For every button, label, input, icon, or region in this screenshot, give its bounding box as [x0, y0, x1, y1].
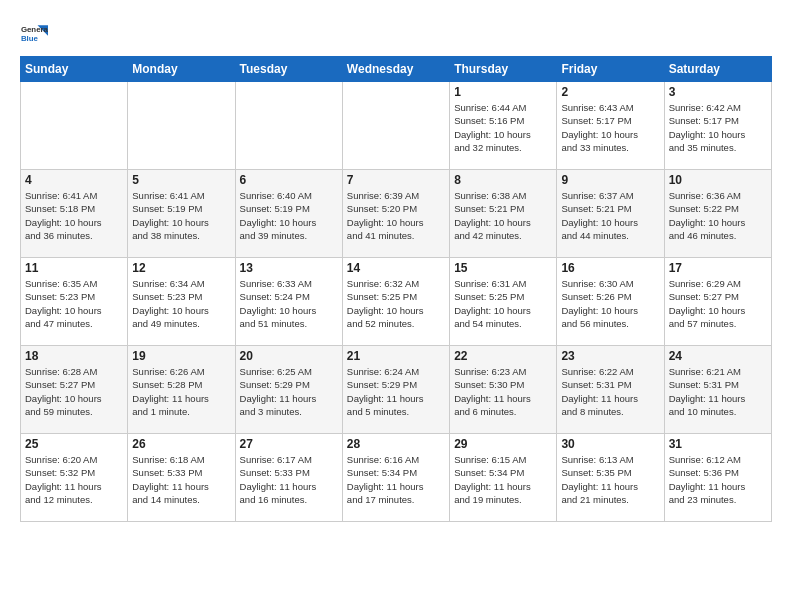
day-number: 16 [561, 261, 659, 275]
day-info: Sunrise: 6:38 AM Sunset: 5:21 PM Dayligh… [454, 189, 552, 242]
day-cell: 9Sunrise: 6:37 AM Sunset: 5:21 PM Daylig… [557, 170, 664, 258]
day-info: Sunrise: 6:13 AM Sunset: 5:35 PM Dayligh… [561, 453, 659, 506]
day-info: Sunrise: 6:43 AM Sunset: 5:17 PM Dayligh… [561, 101, 659, 154]
day-info: Sunrise: 6:36 AM Sunset: 5:22 PM Dayligh… [669, 189, 767, 242]
day-number: 3 [669, 85, 767, 99]
day-cell: 1Sunrise: 6:44 AM Sunset: 5:16 PM Daylig… [450, 82, 557, 170]
day-cell: 5Sunrise: 6:41 AM Sunset: 5:19 PM Daylig… [128, 170, 235, 258]
day-info: Sunrise: 6:29 AM Sunset: 5:27 PM Dayligh… [669, 277, 767, 330]
day-number: 24 [669, 349, 767, 363]
week-row-2: 4Sunrise: 6:41 AM Sunset: 5:18 PM Daylig… [21, 170, 772, 258]
logo: General Blue [20, 20, 48, 48]
day-cell [128, 82, 235, 170]
day-cell: 20Sunrise: 6:25 AM Sunset: 5:29 PM Dayli… [235, 346, 342, 434]
svg-text:General: General [21, 25, 48, 34]
day-number: 10 [669, 173, 767, 187]
svg-text:Blue: Blue [21, 34, 39, 43]
day-cell: 16Sunrise: 6:30 AM Sunset: 5:26 PM Dayli… [557, 258, 664, 346]
day-cell: 4Sunrise: 6:41 AM Sunset: 5:18 PM Daylig… [21, 170, 128, 258]
day-info: Sunrise: 6:44 AM Sunset: 5:16 PM Dayligh… [454, 101, 552, 154]
day-cell: 3Sunrise: 6:42 AM Sunset: 5:17 PM Daylig… [664, 82, 771, 170]
day-number: 13 [240, 261, 338, 275]
day-cell: 6Sunrise: 6:40 AM Sunset: 5:19 PM Daylig… [235, 170, 342, 258]
day-info: Sunrise: 6:17 AM Sunset: 5:33 PM Dayligh… [240, 453, 338, 506]
day-info: Sunrise: 6:33 AM Sunset: 5:24 PM Dayligh… [240, 277, 338, 330]
day-number: 25 [25, 437, 123, 451]
day-cell: 19Sunrise: 6:26 AM Sunset: 5:28 PM Dayli… [128, 346, 235, 434]
day-number: 12 [132, 261, 230, 275]
day-number: 2 [561, 85, 659, 99]
day-info: Sunrise: 6:28 AM Sunset: 5:27 PM Dayligh… [25, 365, 123, 418]
day-cell: 2Sunrise: 6:43 AM Sunset: 5:17 PM Daylig… [557, 82, 664, 170]
day-info: Sunrise: 6:18 AM Sunset: 5:33 PM Dayligh… [132, 453, 230, 506]
day-number: 7 [347, 173, 445, 187]
header-cell-monday: Monday [128, 57, 235, 82]
day-number: 4 [25, 173, 123, 187]
day-cell: 25Sunrise: 6:20 AM Sunset: 5:32 PM Dayli… [21, 434, 128, 522]
day-cell: 29Sunrise: 6:15 AM Sunset: 5:34 PM Dayli… [450, 434, 557, 522]
day-number: 29 [454, 437, 552, 451]
day-number: 17 [669, 261, 767, 275]
header-cell-sunday: Sunday [21, 57, 128, 82]
day-info: Sunrise: 6:42 AM Sunset: 5:17 PM Dayligh… [669, 101, 767, 154]
day-cell: 7Sunrise: 6:39 AM Sunset: 5:20 PM Daylig… [342, 170, 449, 258]
day-cell: 30Sunrise: 6:13 AM Sunset: 5:35 PM Dayli… [557, 434, 664, 522]
day-cell: 12Sunrise: 6:34 AM Sunset: 5:23 PM Dayli… [128, 258, 235, 346]
day-cell: 17Sunrise: 6:29 AM Sunset: 5:27 PM Dayli… [664, 258, 771, 346]
day-number: 9 [561, 173, 659, 187]
day-number: 6 [240, 173, 338, 187]
header-cell-saturday: Saturday [664, 57, 771, 82]
day-cell [21, 82, 128, 170]
day-info: Sunrise: 6:16 AM Sunset: 5:34 PM Dayligh… [347, 453, 445, 506]
day-info: Sunrise: 6:20 AM Sunset: 5:32 PM Dayligh… [25, 453, 123, 506]
week-row-4: 18Sunrise: 6:28 AM Sunset: 5:27 PM Dayli… [21, 346, 772, 434]
day-cell: 27Sunrise: 6:17 AM Sunset: 5:33 PM Dayli… [235, 434, 342, 522]
day-number: 23 [561, 349, 659, 363]
day-cell: 31Sunrise: 6:12 AM Sunset: 5:36 PM Dayli… [664, 434, 771, 522]
day-cell: 13Sunrise: 6:33 AM Sunset: 5:24 PM Dayli… [235, 258, 342, 346]
day-cell: 10Sunrise: 6:36 AM Sunset: 5:22 PM Dayli… [664, 170, 771, 258]
header-cell-wednesday: Wednesday [342, 57, 449, 82]
day-number: 22 [454, 349, 552, 363]
day-cell: 23Sunrise: 6:22 AM Sunset: 5:31 PM Dayli… [557, 346, 664, 434]
day-number: 26 [132, 437, 230, 451]
day-info: Sunrise: 6:37 AM Sunset: 5:21 PM Dayligh… [561, 189, 659, 242]
day-number: 20 [240, 349, 338, 363]
day-info: Sunrise: 6:26 AM Sunset: 5:28 PM Dayligh… [132, 365, 230, 418]
day-number: 28 [347, 437, 445, 451]
header-row: SundayMondayTuesdayWednesdayThursdayFrid… [21, 57, 772, 82]
day-number: 21 [347, 349, 445, 363]
day-number: 31 [669, 437, 767, 451]
day-cell: 18Sunrise: 6:28 AM Sunset: 5:27 PM Dayli… [21, 346, 128, 434]
day-cell: 26Sunrise: 6:18 AM Sunset: 5:33 PM Dayli… [128, 434, 235, 522]
day-cell: 11Sunrise: 6:35 AM Sunset: 5:23 PM Dayli… [21, 258, 128, 346]
day-info: Sunrise: 6:34 AM Sunset: 5:23 PM Dayligh… [132, 277, 230, 330]
day-info: Sunrise: 6:24 AM Sunset: 5:29 PM Dayligh… [347, 365, 445, 418]
day-cell: 14Sunrise: 6:32 AM Sunset: 5:25 PM Dayli… [342, 258, 449, 346]
day-number: 5 [132, 173, 230, 187]
day-cell [342, 82, 449, 170]
day-cell [235, 82, 342, 170]
day-info: Sunrise: 6:30 AM Sunset: 5:26 PM Dayligh… [561, 277, 659, 330]
day-number: 14 [347, 261, 445, 275]
day-info: Sunrise: 6:25 AM Sunset: 5:29 PM Dayligh… [240, 365, 338, 418]
day-info: Sunrise: 6:35 AM Sunset: 5:23 PM Dayligh… [25, 277, 123, 330]
day-info: Sunrise: 6:41 AM Sunset: 5:19 PM Dayligh… [132, 189, 230, 242]
day-cell: 28Sunrise: 6:16 AM Sunset: 5:34 PM Dayli… [342, 434, 449, 522]
day-number: 18 [25, 349, 123, 363]
header-cell-tuesday: Tuesday [235, 57, 342, 82]
day-number: 27 [240, 437, 338, 451]
day-number: 30 [561, 437, 659, 451]
day-cell: 15Sunrise: 6:31 AM Sunset: 5:25 PM Dayli… [450, 258, 557, 346]
day-number: 19 [132, 349, 230, 363]
day-cell: 22Sunrise: 6:23 AM Sunset: 5:30 PM Dayli… [450, 346, 557, 434]
day-info: Sunrise: 6:15 AM Sunset: 5:34 PM Dayligh… [454, 453, 552, 506]
day-number: 8 [454, 173, 552, 187]
day-number: 15 [454, 261, 552, 275]
day-cell: 21Sunrise: 6:24 AM Sunset: 5:29 PM Dayli… [342, 346, 449, 434]
day-cell: 24Sunrise: 6:21 AM Sunset: 5:31 PM Dayli… [664, 346, 771, 434]
day-info: Sunrise: 6:23 AM Sunset: 5:30 PM Dayligh… [454, 365, 552, 418]
header-cell-thursday: Thursday [450, 57, 557, 82]
logo-icon: General Blue [20, 20, 48, 48]
day-info: Sunrise: 6:21 AM Sunset: 5:31 PM Dayligh… [669, 365, 767, 418]
